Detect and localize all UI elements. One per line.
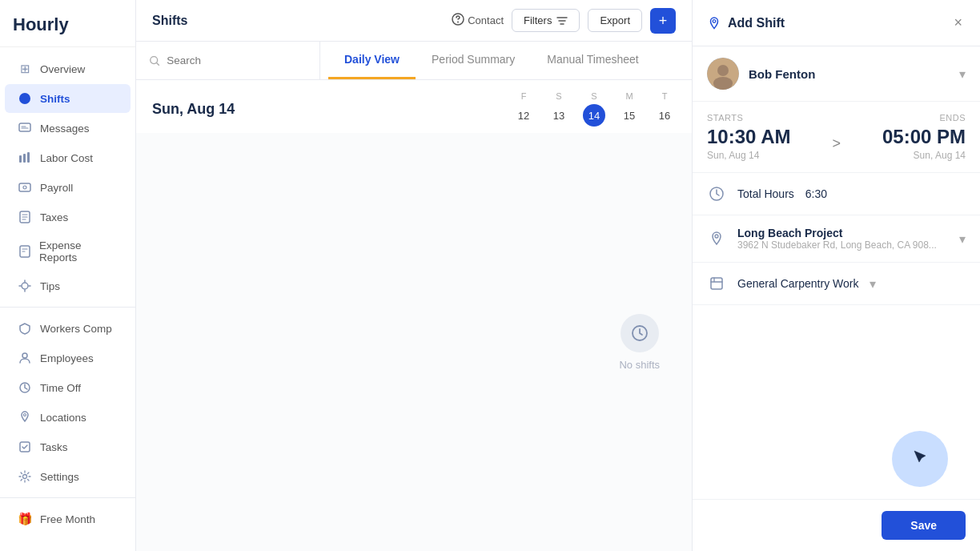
day-col-15[interactable]: M 15 — [618, 91, 641, 127]
location-name: Long Beach Project — [737, 227, 948, 239]
sidebar-item-locations[interactable]: Locations — [5, 403, 131, 432]
labor-cost-icon — [18, 151, 32, 165]
svg-point-0 — [19, 93, 30, 104]
no-shifts-content: No shifts — [619, 314, 660, 371]
sidebar-item-labor-cost[interactable]: Labor Cost — [5, 143, 131, 172]
save-button[interactable]: Save — [882, 511, 966, 540]
location-pin-icon — [707, 16, 721, 30]
ends-time-value: 05:00 PM — [882, 126, 966, 148]
sidebar-item-label: Shifts — [40, 93, 70, 105]
employees-icon — [18, 351, 32, 365]
no-shifts-area: No shifts — [136, 133, 692, 551]
sidebar-item-label: Messages — [40, 123, 90, 135]
sidebar-item-taxes[interactable]: Taxes — [5, 203, 131, 231]
svg-point-6 — [23, 186, 26, 189]
time-row: 10:30 AM Sun, Aug 14 > 05:00 PM Sun, Aug… — [707, 126, 966, 161]
current-date: Sun, Aug 14 — [152, 101, 235, 118]
day-col-16[interactable]: T 16 — [653, 91, 676, 127]
sidebar-item-label: Locations — [40, 412, 86, 424]
sidebar-nav: ⊞ Overview Shifts Messages Labor Cost — [0, 47, 135, 551]
svg-point-20 — [717, 65, 729, 76]
svg-point-23 — [715, 235, 718, 238]
sidebar-item-label: Tasks — [40, 441, 68, 453]
topbar-actions: Contact Filters Export + — [452, 8, 676, 34]
sidebar-item-label: Taxes — [40, 211, 68, 223]
clock-circle — [621, 314, 659, 352]
cursor-icon — [911, 448, 929, 470]
export-button[interactable]: Export — [588, 9, 642, 32]
location-row-icon — [707, 229, 726, 248]
starts-label: Starts — [707, 113, 743, 123]
day-col-12[interactable]: F 12 — [512, 91, 535, 127]
time-section: Starts Ends 10:30 AM Sun, Aug 14 > 05:00… — [693, 102, 980, 173]
svg-rect-3 — [23, 154, 26, 163]
tips-icon — [18, 279, 32, 293]
day-num-15: 15 — [618, 104, 641, 127]
sidebar-item-overview[interactable]: ⊞ Overview — [5, 54, 131, 83]
close-panel-button[interactable]: × — [950, 11, 966, 34]
messages-icon — [18, 121, 32, 135]
panel-footer: Save — [693, 499, 980, 551]
calendar-nav: Sun, Aug 14 F 12 S 13 S 14 M 15 — [136, 80, 692, 133]
sidebar-item-employees[interactable]: Employees — [5, 344, 131, 372]
employee-name: Bob Fenton — [749, 67, 950, 81]
tab-period-summary[interactable]: Period Summary — [416, 42, 531, 79]
sidebar: Hourly ⊞ Overview Shifts Messages Labor … — [0, 0, 136, 551]
sidebar-item-workers-comp[interactable]: Workers Comp — [5, 314, 131, 343]
add-shift-title: Add Shift — [728, 16, 785, 30]
sidebar-item-messages[interactable]: Messages — [5, 114, 131, 143]
contact-link[interactable]: Contact — [452, 13, 504, 28]
shifts-area: Daily View Period Summary Manual Timeshe… — [136, 42, 692, 551]
tabs-row: Daily View Period Summary Manual Timeshe… — [320, 42, 663, 79]
topbar: Shifts Contact Filters Export + — [136, 0, 692, 42]
svg-rect-5 — [19, 183, 30, 191]
job-type-label: General Carpentry Work — [737, 277, 858, 290]
job-type-row[interactable]: General Carpentry Work ▾ — [693, 263, 980, 305]
location-row[interactable]: Long Beach Project 3962 N Studebaker Rd,… — [693, 215, 980, 263]
panel-header: Add Shift × — [693, 0, 980, 46]
sidebar-divider-2 — [0, 497, 135, 498]
taxes-icon — [18, 210, 32, 224]
sidebar-item-tips[interactable]: Tips — [5, 271, 131, 300]
job-type-icon — [707, 274, 726, 293]
day-label-s1: S — [556, 91, 561, 101]
day-label-t: T — [662, 91, 668, 101]
search-tabs-row: Daily View Period Summary Manual Timeshe… — [136, 42, 692, 80]
app-logo: Hourly — [0, 0, 135, 47]
search-icon — [149, 54, 160, 67]
add-shift-button[interactable]: + — [650, 8, 676, 34]
sidebar-item-free-month[interactable]: 🎁 Free Month — [5, 505, 131, 533]
svg-rect-24 — [711, 278, 722, 289]
employee-selector[interactable]: Bob Fenton ▾ — [693, 46, 980, 102]
time-arrow: > — [832, 135, 841, 152]
day-col-14[interactable]: S 14 — [583, 91, 605, 127]
total-hours-row: Total Hours 6:30 — [693, 173, 980, 215]
settings-icon — [18, 469, 32, 484]
sidebar-item-settings[interactable]: Settings — [5, 462, 131, 491]
starts-time-col: 10:30 AM Sun, Aug 14 — [707, 126, 790, 161]
job-chevron-icon: ▾ — [870, 276, 876, 292]
sidebar-item-payroll[interactable]: Payroll — [5, 173, 131, 202]
svg-rect-4 — [27, 152, 30, 163]
chevron-down-icon: ▾ — [959, 66, 966, 82]
time-labels: Starts Ends — [707, 113, 966, 123]
svg-point-9 — [22, 283, 28, 289]
overview-icon: ⊞ — [18, 62, 32, 76]
tab-manual-timesheet[interactable]: Manual Timesheet — [531, 42, 654, 79]
sidebar-item-shifts[interactable]: Shifts — [5, 84, 131, 113]
total-hours-label: Total Hours — [737, 187, 794, 200]
sidebar-item-label: Tips — [40, 280, 60, 292]
location-content: Long Beach Project 3962 N Studebaker Rd,… — [737, 227, 948, 251]
sidebar-item-expense-reports[interactable]: Expense Reports — [5, 232, 131, 271]
svg-point-21 — [713, 77, 733, 90]
location-chevron-icon: ▾ — [959, 231, 966, 247]
filters-button[interactable]: Filters — [512, 9, 580, 32]
sidebar-item-tasks[interactable]: Tasks — [5, 432, 131, 461]
tab-daily-view[interactable]: Daily View — [328, 42, 416, 79]
day-num-13: 13 — [548, 104, 570, 127]
day-col-13[interactable]: S 13 — [548, 91, 570, 127]
sidebar-item-label: Payroll — [40, 182, 73, 194]
ends-date: Sun, Aug 14 — [914, 150, 966, 161]
sidebar-item-time-off[interactable]: Time Off — [5, 373, 131, 402]
search-input[interactable] — [167, 54, 307, 66]
